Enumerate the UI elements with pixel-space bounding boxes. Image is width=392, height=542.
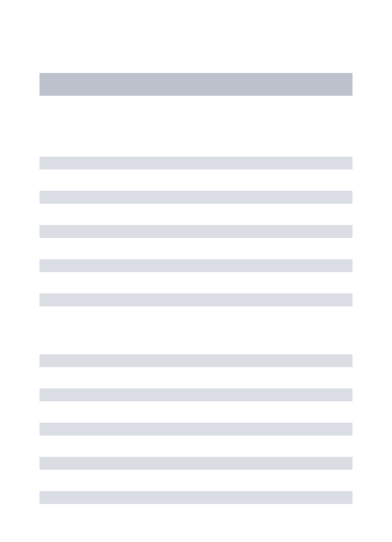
skeleton-line <box>40 259 352 272</box>
skeleton-line <box>40 157 352 170</box>
skeleton-line <box>40 457 352 470</box>
skeleton-heading <box>40 73 352 96</box>
section-gap <box>40 328 352 354</box>
skeleton-group-2 <box>40 354 352 504</box>
skeleton-line <box>40 225 352 238</box>
skeleton-line <box>40 191 352 204</box>
skeleton-line <box>40 354 352 367</box>
skeleton-line <box>40 491 352 504</box>
skeleton-line <box>40 388 352 401</box>
skeleton-group-1 <box>40 157 352 306</box>
skeleton-line <box>40 423 352 436</box>
skeleton-line <box>40 293 352 306</box>
